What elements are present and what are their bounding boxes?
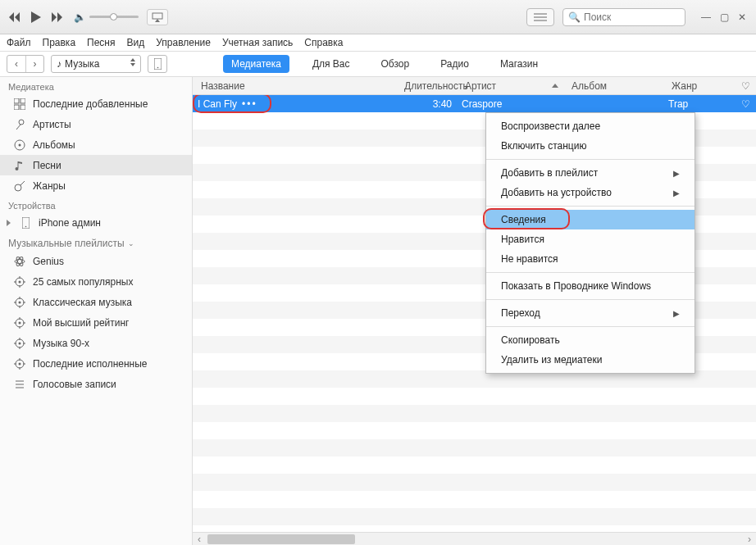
track-list: I Can Fly••• 3:40 Craspore Trap ♡ Воспро… xyxy=(193,95,756,545)
playback-controls xyxy=(7,9,66,25)
sidebar-item[interactable]: Песни xyxy=(0,155,192,175)
main-content: Название Длительность Артист Альбом Жанр… xyxy=(193,77,756,545)
tab-library[interactable]: Медиатека xyxy=(223,55,289,73)
svg-rect-0 xyxy=(153,13,162,19)
context-menu-label: Добавить в плейлист xyxy=(501,167,598,179)
svg-rect-7 xyxy=(20,98,25,103)
chevron-down-icon: ⌄ xyxy=(128,239,134,248)
sidebar-item-playlist[interactable]: Мой высший рейтинг xyxy=(0,312,192,333)
context-menu-item[interactable]: Добавить на устройство▶ xyxy=(486,183,695,202)
context-menu-item[interactable]: Воспроизвести далее xyxy=(486,116,695,136)
volume-slider[interactable] xyxy=(89,16,139,18)
sidebar-item-playlist[interactable]: Genius xyxy=(0,251,192,271)
menu-edit[interactable]: Правка xyxy=(43,37,76,48)
menu-separator xyxy=(486,159,695,160)
svg-line-16 xyxy=(20,181,25,185)
more-icon[interactable]: ••• xyxy=(242,98,257,110)
search-icon: 🔍 xyxy=(568,11,581,23)
svg-point-19 xyxy=(15,259,25,263)
airplay-button[interactable] xyxy=(147,9,168,25)
tab-foryou[interactable]: Для Вас xyxy=(304,55,358,73)
sidebar-item[interactable]: Последние добавленные xyxy=(0,93,192,114)
sidebar-item-playlist[interactable]: Последние исполненные xyxy=(0,353,192,374)
scroll-left-icon[interactable]: ‹ xyxy=(193,534,206,545)
track-artist: Craspore xyxy=(457,98,563,110)
list-view-button[interactable] xyxy=(526,8,554,26)
context-menu-label: Скопировать xyxy=(501,334,560,346)
col-genre[interactable]: Жанр xyxy=(667,80,735,92)
prev-button[interactable] xyxy=(7,9,23,25)
svg-point-23 xyxy=(19,280,21,283)
menu-song[interactable]: Песня xyxy=(87,37,115,48)
context-menu-item[interactable]: Показать в Проводнике Windows xyxy=(486,276,695,296)
context-menu-label: Сведения xyxy=(501,214,546,225)
context-menu-item[interactable]: Переход▶ xyxy=(486,303,695,323)
track-name: I Can Fly xyxy=(198,98,237,110)
context-menu-label: Добавить на устройство xyxy=(501,187,612,198)
scroll-thumb[interactable] xyxy=(207,534,355,544)
nav-back-button[interactable]: ‹ xyxy=(7,56,25,72)
context-menu-item[interactable]: Добавить в плейлист▶ xyxy=(486,163,695,183)
col-artist[interactable]: Артист xyxy=(460,80,567,92)
menu-help[interactable]: Справка xyxy=(304,37,343,48)
context-menu-item[interactable]: Нравится xyxy=(486,229,695,249)
context-menu-label: Переход xyxy=(501,307,540,319)
sidebar-item-playlist[interactable]: Классическая музыка xyxy=(0,292,192,312)
col-duration[interactable]: Длительность xyxy=(399,80,460,92)
sidebar-item-label: Песни xyxy=(33,160,61,171)
nav-forward-button[interactable]: › xyxy=(25,56,43,72)
scroll-right-icon[interactable]: › xyxy=(743,534,756,545)
tab-store[interactable]: Магазин xyxy=(492,55,546,73)
menu-separator xyxy=(486,272,695,273)
column-headers: Название Длительность Артист Альбом Жанр… xyxy=(193,77,756,95)
menu-separator xyxy=(486,326,695,327)
track-love[interactable]: ♡ xyxy=(735,98,756,110)
maximize-button[interactable]: ▢ xyxy=(717,11,731,24)
sidebar-item-playlist[interactable]: 25 самых популярных xyxy=(0,271,192,292)
sidebar-item[interactable]: Жанры xyxy=(0,175,192,196)
table-row-empty xyxy=(193,474,756,491)
note-icon: ♪ xyxy=(57,58,61,70)
gear-icon xyxy=(13,296,26,309)
menu-controls[interactable]: Управление xyxy=(156,37,211,48)
context-menu-item[interactable]: Не нравится xyxy=(486,249,695,269)
sidebar-item-label: Классическая музыка xyxy=(33,297,132,308)
sidebar-item[interactable]: Альбомы xyxy=(0,134,192,155)
chevron-right-icon: ▶ xyxy=(673,169,680,178)
table-row[interactable]: I Can Fly••• 3:40 Craspore Trap ♡ xyxy=(193,95,756,112)
close-button[interactable]: ✕ xyxy=(735,11,749,24)
library-dropdown[interactable]: ♪ Музыка xyxy=(51,55,141,73)
svg-point-13 xyxy=(19,143,21,146)
menu-file[interactable]: Файл xyxy=(7,37,31,48)
context-menu-label: Не нравится xyxy=(501,253,558,265)
context-menu-item[interactable]: Сведения xyxy=(486,210,695,229)
context-menu-item[interactable]: Включить станцию xyxy=(486,136,695,156)
volume-icon: 🔈 xyxy=(74,11,86,23)
tab-radio[interactable]: Радио xyxy=(432,55,477,73)
col-love[interactable]: ♡ xyxy=(735,80,756,92)
guitar-icon xyxy=(13,179,26,193)
menu-account[interactable]: Учетная запись xyxy=(222,37,293,48)
horizontal-scrollbar[interactable]: ‹ › xyxy=(193,532,756,545)
col-name[interactable]: Название xyxy=(196,80,399,92)
sidebar-item-playlist[interactable]: Голосовые записи xyxy=(0,374,192,394)
tab-browse[interactable]: Обзор xyxy=(373,55,418,73)
sidebar-item-device[interactable]: iPhone админ xyxy=(0,212,192,233)
svg-point-14 xyxy=(16,167,19,170)
context-menu-item[interactable]: Удалить из медиатеки xyxy=(486,350,695,370)
sidebar-item-playlist[interactable]: Музыка 90-х xyxy=(0,333,192,353)
expand-icon xyxy=(7,220,11,226)
search-input[interactable] xyxy=(584,11,680,23)
play-button[interactable] xyxy=(28,9,44,25)
col-album[interactable]: Альбом xyxy=(567,80,667,92)
menu-view[interactable]: Вид xyxy=(127,37,145,48)
device-button[interactable] xyxy=(148,55,167,73)
next-button[interactable] xyxy=(49,9,66,25)
context-menu-label: Включить станцию xyxy=(501,140,586,152)
minimize-button[interactable]: — xyxy=(699,11,713,24)
context-menu-item[interactable]: Скопировать xyxy=(486,330,695,350)
gear-icon xyxy=(13,337,26,350)
volume-control[interactable]: 🔈 xyxy=(74,11,139,23)
search-box[interactable]: 🔍 xyxy=(562,8,685,26)
sidebar-item[interactable]: Артисты xyxy=(0,114,192,134)
